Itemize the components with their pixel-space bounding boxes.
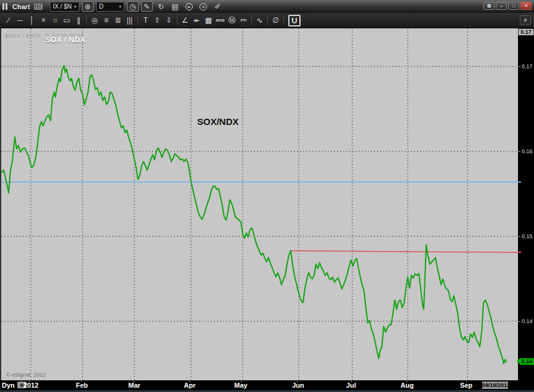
parallel-channel-tool-icon[interactable]: ∥	[73, 15, 84, 26]
arrow-up-tool-icon[interactable]: ⇧	[152, 15, 163, 26]
eraser-tool-icon[interactable]: ∅	[270, 15, 281, 26]
chevron-down-icon[interactable]: ▾	[119, 4, 121, 9]
month-label-apr: Apr	[184, 382, 196, 389]
auto-trade-button[interactable]: a	[198, 1, 209, 12]
fib-retracement-tool-icon[interactable]: ≡	[100, 15, 112, 26]
price-axis-label: 0.17	[522, 63, 533, 70]
price-axis-label: 0.15	[522, 233, 533, 239]
close-button[interactable]: ✕	[520, 2, 532, 10]
mob-tool-icon[interactable]: MOB	[214, 15, 226, 26]
angle-tool-icon[interactable]: ∠	[179, 15, 191, 26]
timeline-tick	[30, 380, 30, 382]
symbol-input[interactable]: IX / $NDX ▾	[50, 2, 79, 12]
reload-icon: ↻	[158, 2, 164, 11]
window-title: Chart	[12, 3, 30, 10]
eraser-button[interactable]: ✐	[212, 1, 224, 12]
time-template-button[interactable]: ◷	[127, 1, 139, 12]
wave-tool-icon[interactable]: ∿	[254, 15, 265, 26]
text-tool-icon[interactable]: T	[140, 15, 152, 26]
chevron-down-icon[interactable]: ▾	[74, 4, 76, 9]
toolbar-separator	[137, 16, 138, 25]
blue-line-axis-marker	[518, 182, 521, 183]
esignal-chart-window: Chart IX / $NDX ▾ ⊛ D ▾ ◷ ✎ ↻ ▤ ▶ a	[0, 0, 534, 392]
toolbar-separator	[177, 16, 177, 25]
month-label-may: May	[234, 382, 247, 389]
price-axis-label: 0.16	[522, 148, 533, 154]
pencil-icon: ✎	[144, 2, 150, 11]
interval-value: D	[99, 3, 117, 10]
eraser-icon: ✐	[214, 2, 220, 11]
month-label-sep: Sep	[460, 382, 472, 389]
vertical-line-tool-icon[interactable]: │	[26, 15, 38, 26]
price-line-series	[1, 66, 506, 364]
timeline-tick	[466, 380, 467, 382]
symbol-lookup-button[interactable]: ⊛	[82, 1, 94, 12]
play-icon: ▶	[185, 3, 193, 10]
restore-button[interactable]: ⧉	[483, 2, 495, 10]
arrow-down-tool-icon[interactable]: ⇩	[163, 15, 175, 26]
chart-plot-area[interactable]: $SOX / $NDX, D, 00:00-00:00 SOX / NDX SO…	[0, 28, 518, 380]
chart-link-badge-icon	[34, 4, 42, 10]
month-label-aug: Aug	[400, 382, 413, 389]
timeline-tick	[81, 380, 82, 382]
last-price-tag: 0.14	[520, 358, 534, 365]
axis-tick-mark	[518, 151, 520, 152]
year-label: 2012	[23, 382, 38, 389]
timeline-tick	[241, 380, 242, 382]
chart-text-annotation[interactable]: SOX/NDX	[197, 116, 239, 127]
time-axis[interactable]: Dyn ▦ 09/19/2012 2012FebMarAprMayJunJulA…	[0, 380, 534, 390]
dyn-mode-label: Dyn	[2, 382, 15, 389]
copyright-label: © eSignal, 2012	[6, 372, 46, 378]
ellipse-tool-icon[interactable]: ○	[49, 15, 61, 26]
toolbar-separator	[251, 16, 252, 25]
red-line-axis-marker	[518, 252, 521, 253]
pti-tool-icon[interactable]: PTI	[238, 15, 249, 26]
symbol-lookup-icon: ⊛	[84, 2, 91, 11]
u-logo-button[interactable]: U	[288, 15, 301, 26]
axis-tick-mark	[518, 321, 520, 322]
month-label-jun: Jun	[292, 382, 304, 389]
horizontal-line-tool-icon[interactable]: ─	[14, 15, 26, 26]
maximize-button[interactable]: □	[508, 2, 519, 10]
play-button[interactable]: ▶	[184, 1, 195, 12]
cross-line-tool-icon[interactable]: ×	[38, 15, 49, 26]
clock-icon: ◷	[129, 2, 136, 11]
arrow-left-tool-icon[interactable]: ↞	[191, 15, 203, 26]
timeline-tick	[407, 380, 407, 382]
minimize-button[interactable]: –	[496, 2, 507, 10]
timeline-tick	[190, 380, 190, 382]
fib-circles-tool-icon[interactable]: ◎	[89, 15, 100, 26]
toolbar-separator	[283, 16, 284, 25]
symbol-value: IX / $NDX	[53, 3, 72, 10]
timeline-tick	[351, 380, 352, 382]
fib-extension-tool-icon[interactable]: ≣	[112, 15, 124, 26]
draw-mode-button[interactable]: ✎	[141, 1, 153, 12]
magnet-snap-icon[interactable]: #	[520, 15, 531, 25]
timeline-tick	[133, 380, 134, 382]
scale-top-box: 0.17	[518, 28, 534, 36]
reload-button[interactable]: ↻	[155, 1, 167, 12]
interval-select[interactable]: D ▾	[96, 2, 124, 12]
quote-window-button[interactable]: ▤	[169, 1, 181, 12]
trendline-tool-icon[interactable]: ∕	[2, 15, 14, 26]
title-bar: Chart IX / $NDX ▾ ⊛ D ▾ ◷ ✎ ↻ ▤ ▶ a	[0, 0, 534, 13]
month-label-jul: Jul	[346, 382, 356, 389]
grid-tool-icon[interactable]: ▦	[203, 15, 214, 26]
rectangle-tool-icon[interactable]: ▭	[61, 15, 73, 26]
price-axis-label: 0.14	[522, 318, 533, 324]
drawing-toolbar: ∕─│×○▭∥◎≡≣|||T⇧⇩∠↞▦MOBⓂPTI∿∅U#	[0, 13, 534, 28]
chart-symbol-label: SOX / NDX	[45, 35, 86, 44]
month-label-feb: Feb	[76, 382, 88, 389]
fib-time-zones-tool-icon[interactable]: |||	[124, 15, 136, 26]
axis-tick-mark	[518, 66, 520, 67]
timeline-tick	[297, 380, 298, 382]
m-circle-tool-icon[interactable]: Ⓜ	[226, 15, 238, 26]
toolbar-separator	[267, 16, 268, 25]
toolbar-separator	[86, 16, 87, 25]
red-trendline[interactable]	[291, 250, 519, 252]
window-controls: ⧉ – □ ✕	[483, 2, 532, 10]
auto-icon: a	[200, 3, 207, 10]
chart-canvas	[1, 28, 519, 380]
quote-window-icon: ▤	[172, 2, 179, 11]
price-axis[interactable]: 0.17 0.170.160.150.140.14	[518, 28, 534, 380]
